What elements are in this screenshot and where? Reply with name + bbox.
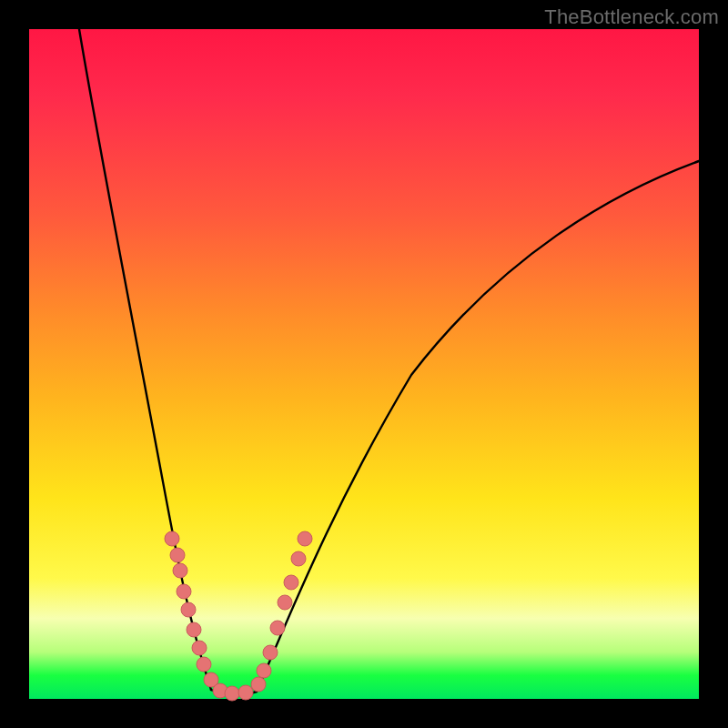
svg-point-14 [263,645,278,660]
svg-point-7 [197,657,211,672]
svg-point-0 [165,531,179,546]
svg-point-3 [177,584,191,599]
chart-frame: TheBottleneck.com [0,0,728,728]
svg-point-19 [298,531,312,546]
svg-point-5 [187,622,201,637]
svg-point-12 [251,677,266,692]
svg-point-2 [173,563,187,578]
svg-point-6 [192,641,207,655]
svg-point-15 [270,621,285,635]
watermark-text: TheBottleneck.com [544,5,719,29]
svg-point-4 [181,602,196,617]
svg-point-1 [170,548,185,562]
svg-point-17 [284,575,298,590]
curve-right-branch [257,161,699,692]
svg-point-10 [225,686,239,701]
plot-area [29,29,699,699]
svg-point-13 [257,663,271,678]
bottleneck-curve [29,29,699,699]
svg-point-18 [291,551,306,566]
svg-point-16 [278,595,292,610]
svg-point-11 [238,685,253,700]
